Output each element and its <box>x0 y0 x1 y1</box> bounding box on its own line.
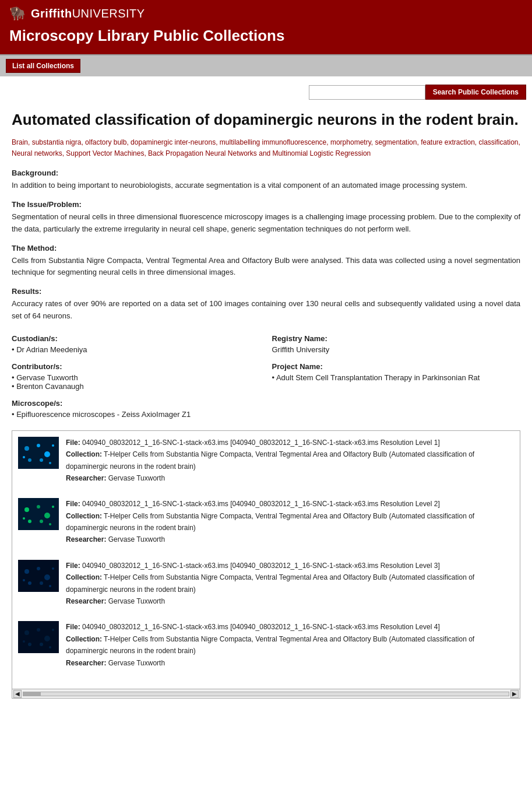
search-input[interactable] <box>309 85 425 100</box>
contributor-2: • Brenton Cavanaugh <box>12 382 260 391</box>
file-thumbnail[interactable] <box>18 437 59 469</box>
custodian-block: Custodian/s: • Dr Adrian Meedeniya <box>12 334 260 354</box>
file-item: File: 040940_08032012_1_16-SNC-1-stack-x… <box>18 498 514 546</box>
griffith-logo-text: GriffithUNIVERSITY <box>31 7 145 20</box>
contributor-1: • Gervase Tuxworth <box>12 373 260 382</box>
file-thumbnail[interactable] <box>18 621 59 653</box>
metadata-grid: Custodian/s: • Dr Adrian Meedeniya Regis… <box>12 334 520 419</box>
scroll-right-btn[interactable]: ▶ <box>510 690 519 698</box>
scroll-thumb <box>23 692 41 696</box>
registry-value: Griffith University <box>272 345 521 354</box>
registry-block: Registry Name: Griffith University <box>272 334 521 354</box>
site-title: Microscopy Library Public Collections <box>9 24 523 47</box>
custodian-value: • Dr Adrian Meedeniya <box>12 345 260 354</box>
keywords: Brain, substantia nigra, olfactory bulb,… <box>12 137 520 159</box>
site-header: 🦬 GriffithUNIVERSITY Microscopy Library … <box>0 0 532 54</box>
scroll-left-btn[interactable]: ◀ <box>13 690 22 698</box>
griffith-logo-icon: 🦬 <box>9 6 25 21</box>
file-item: File: 040940_08032012_1_16-SNC-1-stack-x… <box>18 621 514 669</box>
page-title: Automated classification of dopaminergic… <box>12 110 520 130</box>
method-section: The Method: Cells from Substantia Nigre … <box>12 244 520 279</box>
project-block: Project Name: • Adult Stem Cell Transpla… <box>272 362 521 391</box>
results-title: Results: <box>12 287 520 296</box>
search-bar: Search Public Collections <box>0 76 532 104</box>
contributor-label: Contributor/s: <box>12 362 260 371</box>
files-panel: File: 040940_08032012_1_16-SNC-1-stack-x… <box>12 430 520 699</box>
project-label: Project Name: <box>272 362 521 371</box>
microscope-label: Microscope/s: <box>12 399 260 408</box>
contributor-block: Contributor/s: • Gervase Tuxworth • Bren… <box>12 362 260 391</box>
issue-section: The Issue/Problem: Segmentation of neura… <box>12 200 520 236</box>
issue-title: The Issue/Problem: <box>12 200 520 209</box>
scroll-track[interactable] <box>23 692 509 696</box>
list-all-collections-button[interactable]: List all Collections <box>6 59 80 73</box>
file-thumbnail[interactable] <box>18 560 59 592</box>
background-section: Background: In addition to being importa… <box>12 169 520 192</box>
results-section: Results: Accuracy rates of over 90% are … <box>12 287 520 322</box>
results-body: Accuracy rates of over 90% are reported … <box>12 298 520 322</box>
registry-label: Registry Name: <box>272 334 521 343</box>
project-value: • Adult Stem Cell Transplantation Therap… <box>272 373 521 382</box>
file-item: File: 040940_08032012_1_16-SNC-1-stack-x… <box>18 437 514 485</box>
microscope-block: Microscope/s: • Epifluorescence microsco… <box>12 399 260 419</box>
file-info: File: 040940_08032012_1_16-SNC-1-stack-x… <box>66 437 514 485</box>
logo-area: 🦬 GriffithUNIVERSITY <box>9 6 523 21</box>
method-title: The Method: <box>12 244 520 253</box>
method-body: Cells from Substantia Nigre Compacta, Ve… <box>12 255 520 279</box>
custodian-label: Custodian/s: <box>12 334 260 343</box>
main-content: Automated classification of dopaminergic… <box>0 104 532 716</box>
horizontal-scrollbar: ◀ ▶ <box>12 689 520 698</box>
files-scroll[interactable]: File: 040940_08032012_1_16-SNC-1-stack-x… <box>12 431 520 689</box>
microscope-value: • Epifluorescence microscopes - Zeiss Ax… <box>12 410 260 419</box>
background-body: In addition to being important to neurob… <box>12 180 520 192</box>
contributor-list: • Gervase Tuxworth • Brenton Cavanaugh <box>12 373 260 391</box>
background-title: Background: <box>12 169 520 177</box>
search-public-collections-button[interactable]: Search Public Collections <box>425 85 526 100</box>
file-info: File: 040940_08032012_1_16-SNC-1-stack-x… <box>66 498 514 546</box>
file-item: File: 040940_08032012_1_16-SNC-1-stack-x… <box>18 560 514 608</box>
file-thumbnail[interactable] <box>18 498 59 530</box>
toolbar: List all Collections <box>0 54 532 76</box>
issue-body: Segmentation of neural cells in three di… <box>12 211 520 236</box>
file-info: File: 040940_08032012_1_16-SNC-1-stack-x… <box>66 560 514 608</box>
file-info: File: 040940_08032012_1_16-SNC-1-stack-x… <box>66 621 514 669</box>
